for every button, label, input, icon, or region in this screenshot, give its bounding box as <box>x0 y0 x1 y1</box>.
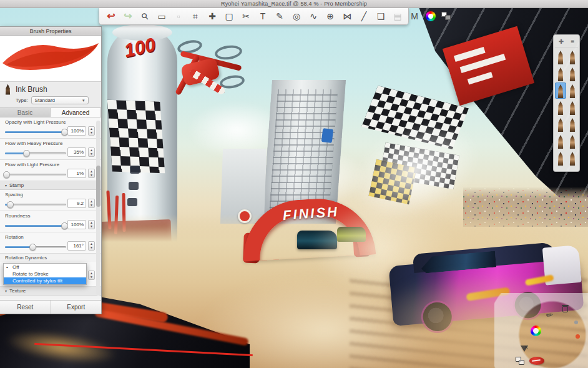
layers-icon[interactable] <box>441 12 451 21</box>
layers-icon[interactable] <box>516 357 525 366</box>
brush-thumbnail[interactable] <box>567 66 578 82</box>
slider-row: Opacity with Light Pressure 100% ▲▼ <box>0 117 101 139</box>
tab-advanced[interactable]: Advanced <box>51 108 101 117</box>
dropdown-option-off[interactable]: • Off <box>4 264 86 271</box>
perspective-icon[interactable]: ❏ <box>375 12 386 21</box>
crop-icon[interactable]: ⌗ <box>190 12 201 21</box>
painting-shape <box>130 166 140 174</box>
rotation-dynamics-label: Rotation Dynamics <box>0 254 101 262</box>
stepper[interactable]: ▲▼ <box>88 241 95 251</box>
collapse-icon: ▾ <box>5 183 7 187</box>
reset-button[interactable]: Reset <box>0 301 51 314</box>
transform-icon[interactable]: ▫ <box>173 12 184 21</box>
rotation-slider[interactable] <box>5 246 66 248</box>
brush-thumbnail[interactable] <box>555 49 566 65</box>
stepper[interactable]: ▲▼ <box>88 169 95 178</box>
painting-shape <box>238 209 252 223</box>
roundness-slider[interactable] <box>5 225 66 227</box>
brush-thumbnail[interactable] <box>567 99 578 116</box>
zoom-icon[interactable]: ⚲ <box>138 9 152 24</box>
brush-stroke-preview <box>0 36 101 82</box>
symmetry-icon[interactable]: ⋈ <box>341 12 353 21</box>
panel-scrollbar[interactable] <box>96 121 100 296</box>
slider-row: Rotation 161° ▲▼ <box>0 232 101 254</box>
shape-select-icon[interactable]: ▢ <box>223 12 235 21</box>
brush-tip-image <box>569 101 576 115</box>
painting-shape <box>107 100 165 174</box>
scrollbar-thumb[interactable] <box>96 166 100 207</box>
value-box[interactable]: 1% <box>67 169 86 178</box>
brush-thumbnail[interactable] <box>555 99 566 116</box>
pencil-icon[interactable]: ✎ <box>274 12 285 21</box>
brush-thumbnail[interactable] <box>567 150 578 166</box>
brush-tip-image <box>557 152 564 166</box>
app-window: 100 FINISH <box>0 0 588 368</box>
export-button[interactable]: Export <box>51 301 102 314</box>
flow-heavy-pressure-slider[interactable] <box>5 152 66 154</box>
distort-icon[interactable]: ⊕ <box>325 12 336 21</box>
new-brush-icon[interactable]: ✚ <box>559 38 564 45</box>
ellipse-guide-icon[interactable]: ◎ <box>291 12 302 21</box>
brush-type-select[interactable]: Standard ▾ <box>31 96 89 104</box>
panel-title[interactable]: Brush Properties <box>0 27 101 36</box>
value-box[interactable]: 35% <box>67 147 86 157</box>
flow-light-pressure-slider[interactable] <box>5 174 66 176</box>
brush-tip-image <box>569 135 576 149</box>
value-box[interactable]: 9.2 <box>67 199 86 208</box>
marquee-select-icon[interactable]: ▭ <box>156 12 167 21</box>
brush-grid <box>555 49 578 166</box>
curve-icon[interactable]: ∿ <box>308 12 319 21</box>
line-icon[interactable]: ╱ <box>358 12 370 21</box>
stepper[interactable]: ▲▼ <box>88 220 95 229</box>
stepper[interactable]: ▲▼ <box>88 271 95 280</box>
slider-row: Flow with Heavy Pressure 35% ▲▼ <box>0 139 101 160</box>
brush-menu-icon[interactable]: ≡ <box>571 38 574 45</box>
dropdown-option-controlled-by-stylus-tilt[interactable]: Controlled by stylus tilt <box>4 277 86 284</box>
painting-shape <box>321 128 334 143</box>
undo-icon[interactable]: ↩ <box>105 11 117 21</box>
brush-thumbnail[interactable] <box>555 133 566 149</box>
rotation-dynamics-dropdown: • Off Rotate to Stroke Controlled by sty… <box>3 263 87 285</box>
tab-basic[interactable]: Basic <box>0 108 51 117</box>
brush-palette: ✚ ≡ <box>553 34 580 172</box>
brush-thumbnail[interactable] <box>555 82 566 99</box>
cut-icon[interactable]: ✂ <box>240 12 252 21</box>
steady-stroke-icon[interactable]: ✕ <box>521 346 529 353</box>
brush-thumbnail[interactable] <box>567 116 578 132</box>
pattern-icon[interactable]: ▤ <box>392 12 403 21</box>
color-wheel-icon[interactable] <box>426 11 436 21</box>
brush-tip-image <box>557 84 564 98</box>
brush-thumbnail[interactable] <box>555 116 566 132</box>
stepper[interactable]: ▲▼ <box>88 147 95 157</box>
brush-thumbnail[interactable] <box>567 82 578 99</box>
orange-dot-indicator <box>576 334 580 339</box>
brush-tip-image <box>557 67 564 81</box>
section-stamp[interactable]: ▾ Stamp <box>0 181 101 190</box>
collapse-icon: ▾ <box>5 289 7 293</box>
value-box[interactable]: 161° <box>67 241 86 251</box>
titlebar: Ryohei Yamashita_Race.tif @ 58.4 % - Pro… <box>0 0 588 8</box>
stepper[interactable]: ▲▼ <box>88 199 95 208</box>
value-box[interactable]: 100% <box>67 220 86 229</box>
brush-thumbnail[interactable] <box>555 66 566 82</box>
type-label: Type: <box>16 97 28 103</box>
brush-thumbnail[interactable] <box>555 150 566 166</box>
value-box[interactable]: 100% <box>67 126 86 136</box>
brush-thumbnail[interactable] <box>567 133 578 149</box>
text-icon[interactable]: T <box>257 12 268 21</box>
slider-row: Roundness 100% ▲▼ <box>0 211 101 232</box>
copic-logo[interactable] <box>529 357 544 365</box>
opacity-light-pressure-slider[interactable] <box>5 131 66 133</box>
painting-shape <box>127 198 137 206</box>
brush-thumbnail[interactable] <box>567 49 578 65</box>
brushes-icon[interactable]: M <box>409 12 420 21</box>
section-texture[interactable]: ▾ Texture <box>0 287 101 296</box>
trash-icon[interactable] <box>562 304 569 312</box>
stepper[interactable]: ▲▼ <box>88 126 95 136</box>
current-option-marker: • <box>6 264 8 270</box>
redo-icon[interactable]: ↪ <box>122 11 134 21</box>
spacing-slider[interactable] <box>5 204 66 206</box>
color-wheel-icon[interactable] <box>531 326 541 336</box>
dropdown-option-rotate-to-stroke[interactable]: Rotate to Stroke <box>4 271 86 277</box>
move-icon[interactable]: ✚ <box>207 12 218 21</box>
